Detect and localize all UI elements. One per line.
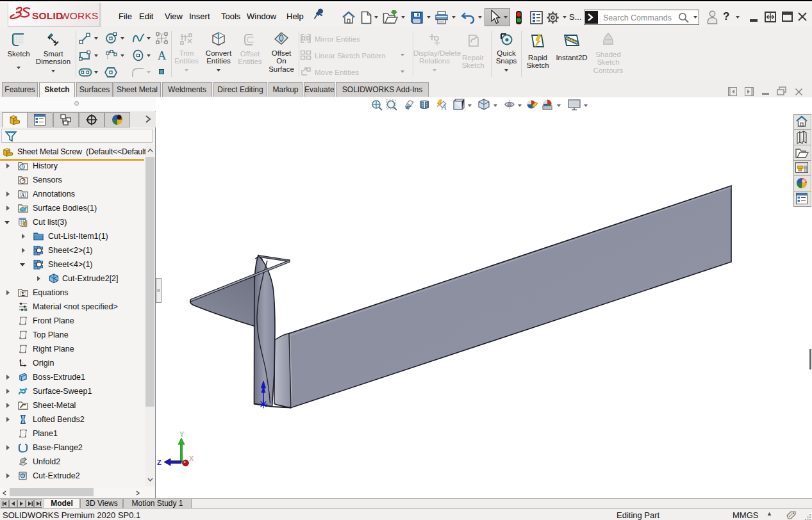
svg-text:A: A xyxy=(21,192,25,199)
svg-text:X: X xyxy=(189,455,194,462)
svg-text:A: A xyxy=(158,49,167,61)
svg-text:WORKS: WORKS xyxy=(60,10,99,21)
svg-text:Y: Y xyxy=(179,430,185,438)
svg-text:SOLID: SOLID xyxy=(32,10,63,21)
svg-text:Z: Z xyxy=(157,459,162,466)
svg-text:Σ: Σ xyxy=(21,291,24,297)
